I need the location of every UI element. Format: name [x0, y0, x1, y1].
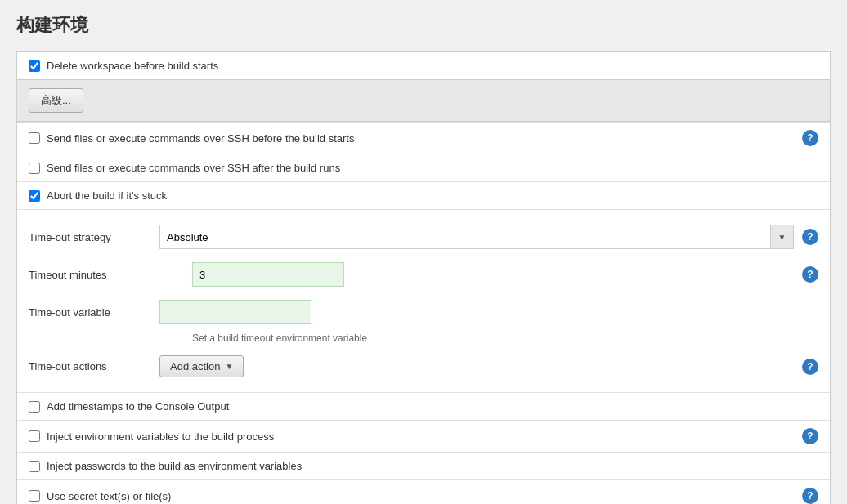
strategy-select-wrapper: Absolute Deadline No Activity Likely stu…: [159, 225, 794, 249]
abort-checkbox[interactable]: [29, 190, 40, 202]
secret-help-icon[interactable]: ?: [802, 488, 818, 504]
inject-env-help-icon[interactable]: ?: [802, 428, 818, 444]
minutes-row: Timeout minutes ?: [29, 256, 818, 293]
abort-row: Abort the build if it's stuck: [17, 181, 830, 209]
delete-workspace-checkbox[interactable]: [29, 60, 40, 72]
timestamps-label: Add timestamps to the Console Output: [47, 400, 818, 413]
variable-label: Time-out variable: [29, 306, 159, 319]
actions-help-icon[interactable]: ?: [802, 359, 818, 375]
actions-label: Time-out actions: [29, 360, 159, 372]
minutes-help-icon[interactable]: ?: [802, 266, 818, 283]
ssh-before-checkbox[interactable]: [29, 132, 40, 144]
main-container: Delete workspace before build starts 高级.…: [16, 51, 831, 504]
strategy-help-icon[interactable]: ?: [802, 229, 818, 245]
abort-label: Abort the build if it's stuck: [47, 190, 818, 202]
ssh-before-row: Send files or execute commands over SSH …: [17, 122, 830, 154]
add-action-button[interactable]: Add action ▼: [159, 355, 244, 377]
actions-row: Time-out actions Add action ▼ ?: [29, 349, 818, 384]
strategy-control: Absolute Deadline No Activity Likely stu…: [159, 225, 794, 249]
delete-workspace-label: Delete workspace before build starts: [47, 60, 818, 72]
inject-env-row: Inject environment variables to the buil…: [17, 420, 830, 452]
minutes-label: Timeout minutes: [29, 269, 192, 281]
timestamps-row: Add timestamps to the Console Output: [17, 392, 830, 420]
page-container: 构建环境 Delete workspace before build start…: [0, 0, 847, 504]
minutes-input[interactable]: [192, 262, 344, 287]
ssh-before-label: Send files or execute commands over SSH …: [47, 132, 795, 145]
delete-workspace-row: Delete workspace before build starts: [17, 51, 830, 79]
minutes-control: [192, 262, 794, 287]
advanced-section: 高级...: [17, 79, 830, 122]
variable-hint: Set a build timeout environment variable: [192, 331, 818, 349]
timeout-section: Time-out strategy Absolute Deadline No A…: [17, 209, 830, 392]
inject-env-label: Inject environment variables to the buil…: [47, 430, 795, 443]
add-action-dropdown-arrow: ▼: [225, 362, 233, 371]
secret-checkbox[interactable]: [29, 490, 40, 502]
inject-pwd-label: Inject passwords to the build as environ…: [47, 460, 818, 472]
inject-pwd-checkbox[interactable]: [29, 461, 40, 472]
ssh-after-checkbox[interactable]: [29, 163, 40, 174]
add-action-label: Add action: [170, 360, 220, 372]
strategy-label: Time-out strategy: [29, 231, 159, 243]
ssh-before-help-icon[interactable]: ?: [802, 130, 818, 146]
variable-row: Time-out variable: [29, 293, 818, 331]
ssh-after-label: Send files or execute commands over SSH …: [47, 162, 818, 174]
strategy-select-arrow[interactable]: ▼: [771, 225, 794, 249]
page-title: 构建环境: [16, 13, 831, 38]
ssh-after-row: Send files or execute commands over SSH …: [17, 154, 830, 181]
strategy-select[interactable]: Absolute Deadline No Activity Likely stu…: [159, 225, 771, 249]
secret-row: Use secret text(s) or file(s) ?: [17, 479, 830, 504]
secret-label: Use secret text(s) or file(s): [47, 490, 795, 502]
advanced-button[interactable]: 高级...: [29, 88, 83, 113]
inject-pwd-row: Inject passwords to the build as environ…: [17, 452, 830, 479]
variable-control: [159, 300, 818, 324]
timestamps-checkbox[interactable]: [29, 401, 40, 413]
variable-input[interactable]: [159, 300, 311, 324]
inject-env-checkbox[interactable]: [29, 430, 40, 442]
strategy-row: Time-out strategy Absolute Deadline No A…: [29, 218, 818, 256]
actions-control: Add action ▼: [159, 355, 794, 377]
